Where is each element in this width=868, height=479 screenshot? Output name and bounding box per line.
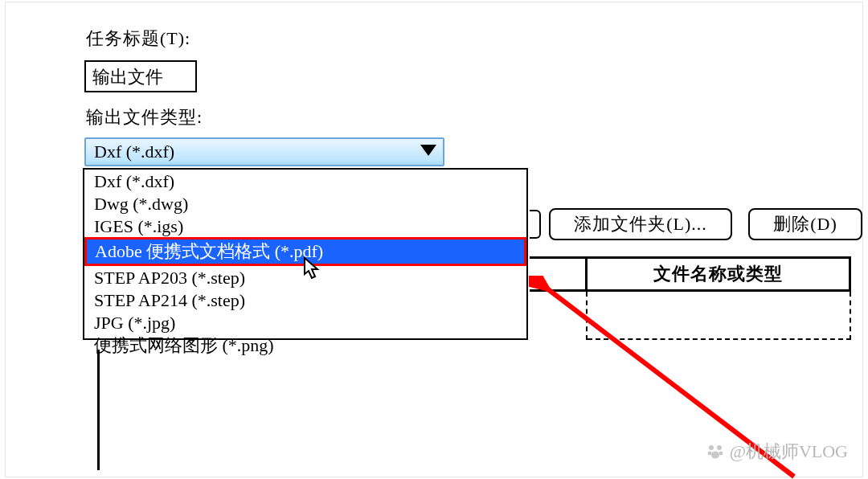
table-body-left [530, 292, 588, 340]
option-step-ap214[interactable]: STEP AP214 (*.step) [84, 289, 526, 311]
chevron-down-icon [420, 145, 436, 156]
option-step-ap203[interactable]: STEP AP203 (*.step) [84, 266, 526, 289]
svg-point-1 [709, 445, 714, 450]
file-filter-table: 文件名称或类型 [530, 256, 851, 343]
option-pdf[interactable]: Adobe 便携式文档格式 (*.pdf) [84, 237, 526, 266]
output-file-value: 输出文件 [92, 67, 163, 87]
task-title-label: 任务标题(T): [86, 27, 190, 51]
option-jpg[interactable]: JPG (*.jpg) [84, 311, 526, 334]
add-folder-button[interactable]: 添加文件夹(L)... [549, 208, 732, 240]
table-body-right [588, 292, 851, 340]
watermark: @机械师VLOG [706, 440, 848, 464]
svg-point-2 [717, 445, 722, 450]
option-png[interactable]: 便携式网络图形 (*.png) [84, 334, 526, 356]
combobox-selected-value: Dxf (*.dxf) [94, 141, 174, 162]
watermark-text: @机械师VLOG [730, 440, 848, 464]
paw-icon [706, 442, 725, 461]
table-header-right: 文件名称或类型 [588, 256, 851, 292]
output-type-label: 输出文件类型: [86, 105, 203, 129]
window-frame: 任务标题(T): 输出文件 输出文件类型: Dxf (*.dxf) Dxf (*… [5, 2, 863, 477]
svg-point-4 [719, 452, 723, 456]
delete-label: 删除(D) [773, 212, 837, 236]
file-type-dropdown: Dxf (*.dxf) Dwg (*.dwg) IGES (*.igs) Ado… [83, 168, 528, 340]
delete-button[interactable]: 删除(D) [748, 208, 862, 240]
output-file-field[interactable]: 输出文件 [84, 60, 197, 92]
option-dwg[interactable]: Dwg (*.dwg) [84, 192, 526, 215]
content-area: 任务标题(T): 输出文件 输出文件类型: Dxf (*.dxf) Dxf (*… [83, 2, 851, 477]
svg-point-5 [711, 452, 719, 459]
option-iges[interactable]: IGES (*.igs) [84, 215, 526, 237]
table-header-left [530, 256, 588, 292]
vertical-separator [97, 350, 100, 470]
option-dxf[interactable]: Dxf (*.dxf) [84, 170, 526, 192]
file-type-combobox[interactable]: Dxf (*.dxf) [84, 137, 444, 166]
table-header-right-label: 文件名称或类型 [653, 262, 783, 286]
add-folder-label: 添加文件夹(L)... [574, 212, 707, 236]
panel-edge-decor [530, 210, 541, 239]
svg-point-3 [707, 452, 711, 456]
right-panel: 添加文件夹(L)... 删除(D) 文件名称或类型 [530, 168, 851, 345]
